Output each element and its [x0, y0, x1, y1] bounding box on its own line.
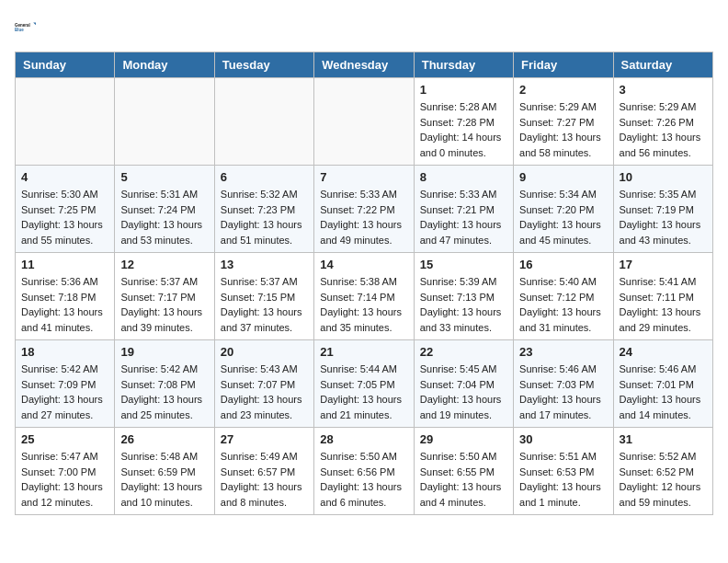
day-cell: 13Sunrise: 5:37 AMSunset: 7:15 PMDayligh…: [214, 253, 313, 340]
logo-icon: GeneralBlue: [15, 15, 40, 40]
sunset: Sunset: 7:19 PM: [620, 202, 707, 218]
sunrise: Sunrise: 5:44 AM: [320, 362, 407, 377]
daylight: Daylight: 13 hours and 10 minutes.: [120, 479, 208, 510]
day-info: Sunrise: 5:31 AMSunset: 7:24 PMDaylight:…: [120, 187, 208, 247]
day-cell: 8Sunrise: 5:33 AMSunset: 7:21 PMDaylight…: [414, 166, 513, 253]
day-info: Sunrise: 5:42 AMSunset: 7:08 PMDaylight:…: [120, 362, 208, 422]
day-cell: 6Sunrise: 5:32 AMSunset: 7:23 PMDaylight…: [214, 166, 313, 253]
col-header-saturday: Saturday: [613, 52, 712, 78]
day-info: Sunrise: 5:29 AMSunset: 7:26 PMDaylight:…: [620, 99, 707, 160]
day-cell: 21Sunrise: 5:44 AMSunset: 7:05 PMDayligh…: [314, 340, 414, 428]
sunrise: Sunrise: 5:49 AM: [221, 449, 308, 465]
day-info: Sunrise: 5:50 AMSunset: 6:56 PMDaylight:…: [320, 449, 407, 510]
day-number: 7: [320, 170, 407, 184]
week-row-1: 1Sunrise: 5:28 AMSunset: 7:28 PMDaylight…: [16, 78, 713, 166]
col-header-monday: Monday: [115, 52, 214, 78]
sunrise: Sunrise: 5:46 AM: [620, 362, 707, 377]
sunset: Sunset: 6:52 PM: [620, 465, 707, 480]
daylight: Daylight: 13 hours and 37 minutes.: [221, 304, 308, 335]
day-cell: 2Sunrise: 5:29 AMSunset: 7:27 PMDaylight…: [514, 78, 613, 166]
day-number: 29: [420, 432, 507, 446]
daylight: Daylight: 13 hours and 41 minutes.: [21, 304, 108, 335]
sunset: Sunset: 7:18 PM: [21, 290, 108, 305]
daylight: Daylight: 13 hours and 12 minutes.: [21, 479, 108, 510]
sunrise: Sunrise: 5:28 AM: [420, 99, 507, 115]
daylight: Daylight: 13 hours and 8 minutes.: [221, 479, 308, 510]
day-number: 3: [620, 83, 707, 97]
day-info: Sunrise: 5:32 AMSunset: 7:23 PMDaylight:…: [221, 187, 308, 247]
sunset: Sunset: 7:11 PM: [620, 290, 707, 305]
day-info: Sunrise: 5:29 AMSunset: 7:27 PMDaylight:…: [519, 99, 607, 160]
day-cell: 7Sunrise: 5:33 AMSunset: 7:22 PMDaylight…: [314, 166, 414, 253]
sunset: Sunset: 7:24 PM: [120, 202, 208, 218]
sunrise: Sunrise: 5:47 AM: [21, 449, 108, 465]
daylight: Daylight: 13 hours and 29 minutes.: [620, 304, 707, 335]
sunrise: Sunrise: 5:33 AM: [420, 187, 507, 202]
sunset: Sunset: 7:13 PM: [420, 290, 507, 305]
day-info: Sunrise: 5:44 AMSunset: 7:05 PMDaylight:…: [320, 362, 407, 422]
col-header-thursday: Thursday: [414, 52, 513, 78]
day-cell: 19Sunrise: 5:42 AMSunset: 7:08 PMDayligh…: [115, 340, 214, 428]
daylight: Daylight: 13 hours and 27 minutes.: [21, 392, 108, 422]
day-info: Sunrise: 5:48 AMSunset: 6:59 PMDaylight:…: [120, 449, 208, 510]
sunset: Sunset: 7:01 PM: [620, 377, 707, 393]
week-row-4: 18Sunrise: 5:42 AMSunset: 7:09 PMDayligh…: [16, 340, 713, 428]
svg-text:General: General: [15, 23, 30, 28]
day-info: Sunrise: 5:47 AMSunset: 7:00 PMDaylight:…: [21, 449, 108, 510]
day-cell: 18Sunrise: 5:42 AMSunset: 7:09 PMDayligh…: [16, 340, 115, 428]
sunrise: Sunrise: 5:50 AM: [420, 449, 507, 465]
day-info: Sunrise: 5:35 AMSunset: 7:19 PMDaylight:…: [620, 187, 707, 247]
sunset: Sunset: 7:14 PM: [320, 290, 407, 305]
sunset: Sunset: 7:00 PM: [21, 465, 108, 480]
day-info: Sunrise: 5:38 AMSunset: 7:14 PMDaylight:…: [320, 274, 407, 335]
day-number: 9: [519, 170, 607, 184]
day-info: Sunrise: 5:51 AMSunset: 6:53 PMDaylight:…: [519, 449, 607, 510]
day-number: 30: [519, 432, 607, 446]
daylight: Daylight: 13 hours and 39 minutes.: [120, 304, 208, 335]
daylight: Daylight: 13 hours and 19 minutes.: [420, 392, 507, 422]
day-cell: 4Sunrise: 5:30 AMSunset: 7:25 PMDaylight…: [16, 166, 115, 253]
sunrise: Sunrise: 5:39 AM: [420, 274, 507, 290]
sunrise: Sunrise: 5:43 AM: [221, 362, 308, 377]
day-info: Sunrise: 5:34 AMSunset: 7:20 PMDaylight:…: [519, 187, 607, 247]
day-cell: 23Sunrise: 5:46 AMSunset: 7:03 PMDayligh…: [514, 340, 613, 428]
day-cell: [115, 78, 214, 166]
sunset: Sunset: 7:03 PM: [519, 377, 607, 393]
week-row-3: 11Sunrise: 5:36 AMSunset: 7:18 PMDayligh…: [16, 253, 713, 340]
sunset: Sunset: 7:05 PM: [320, 377, 407, 393]
daylight: Daylight: 13 hours and 55 minutes.: [21, 217, 108, 247]
col-header-tuesday: Tuesday: [214, 52, 313, 78]
day-cell: 31Sunrise: 5:52 AMSunset: 6:52 PMDayligh…: [613, 428, 712, 515]
header-row: SundayMondayTuesdayWednesdayThursdayFrid…: [16, 52, 713, 78]
day-cell: 17Sunrise: 5:41 AMSunset: 7:11 PMDayligh…: [613, 253, 712, 340]
daylight: Daylight: 13 hours and 14 minutes.: [620, 392, 707, 422]
day-number: 23: [519, 345, 607, 359]
sunrise: Sunrise: 5:46 AM: [519, 362, 607, 377]
sunset: Sunset: 7:07 PM: [221, 377, 308, 393]
day-info: Sunrise: 5:39 AMSunset: 7:13 PMDaylight:…: [420, 274, 507, 335]
logo: GeneralBlue: [15, 15, 40, 40]
day-number: 24: [620, 345, 707, 359]
day-number: 25: [21, 432, 108, 446]
daylight: Daylight: 13 hours and 47 minutes.: [420, 217, 507, 247]
day-cell: 25Sunrise: 5:47 AMSunset: 7:00 PMDayligh…: [16, 428, 115, 515]
sunset: Sunset: 6:55 PM: [420, 465, 507, 480]
day-info: Sunrise: 5:41 AMSunset: 7:11 PMDaylight:…: [620, 274, 707, 335]
daylight: Daylight: 13 hours and 21 minutes.: [320, 392, 407, 422]
day-number: 19: [120, 345, 208, 359]
day-info: Sunrise: 5:33 AMSunset: 7:21 PMDaylight:…: [420, 187, 507, 247]
day-number: 17: [620, 258, 707, 271]
day-cell: 1Sunrise: 5:28 AMSunset: 7:28 PMDaylight…: [414, 78, 513, 166]
sunset: Sunset: 7:25 PM: [21, 202, 108, 218]
sunrise: Sunrise: 5:29 AM: [519, 99, 607, 115]
day-cell: 29Sunrise: 5:50 AMSunset: 6:55 PMDayligh…: [414, 428, 513, 515]
sunset: Sunset: 7:22 PM: [320, 202, 407, 218]
day-info: Sunrise: 5:37 AMSunset: 7:17 PMDaylight:…: [120, 274, 208, 335]
daylight: Daylight: 13 hours and 45 minutes.: [519, 217, 607, 247]
sunrise: Sunrise: 5:42 AM: [21, 362, 108, 377]
day-number: 14: [320, 258, 407, 271]
day-number: 20: [221, 345, 308, 359]
daylight: Daylight: 13 hours and 49 minutes.: [320, 217, 407, 247]
day-cell: 30Sunrise: 5:51 AMSunset: 6:53 PMDayligh…: [514, 428, 613, 515]
day-info: Sunrise: 5:46 AMSunset: 7:03 PMDaylight:…: [519, 362, 607, 422]
